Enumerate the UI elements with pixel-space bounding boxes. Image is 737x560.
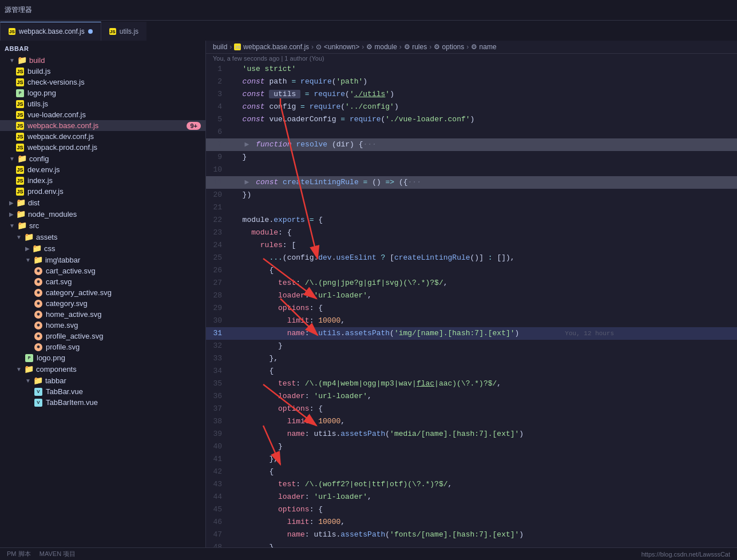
file-label: cart.svg	[46, 277, 72, 286]
breadcrumb-unknown: ⊙	[316, 43, 322, 51]
sidebar-item-category[interactable]: ✱ category.svg	[0, 298, 205, 309]
folder-icon-dist: 📁	[16, 198, 26, 207]
fold-arrow[interactable]: ▶	[243, 140, 252, 149]
line-number: 3	[206, 88, 231, 101]
svg-icon: ✱	[34, 332, 42, 340]
table-row: 33 },	[206, 352, 737, 365]
sidebar-item-category-active[interactable]: ✱ category_active.svg	[0, 287, 205, 298]
tab-label-2: utils.js	[120, 27, 138, 35]
line-number: 11	[206, 176, 231, 189]
file-label: category_active.svg	[46, 288, 112, 297]
code-line: },	[231, 541, 737, 547]
fold-arrow[interactable]: ▶	[243, 178, 252, 186]
sidebar-item-logo-png2[interactable]: P logo.png	[0, 352, 205, 363]
file-label: logo.png	[27, 89, 56, 97]
sidebar-item-src[interactable]: ▼ 📁 src	[0, 220, 205, 231]
breadcrumb-filename: webpack.base.conf.js	[243, 43, 309, 51]
sidebar-item-assets[interactable]: ▼ 📁 assets	[0, 231, 205, 243]
line-number: 9	[206, 151, 231, 164]
line-number: 32	[206, 340, 231, 352]
vue-icon: V	[34, 388, 42, 396]
sidebar-item-components[interactable]: ▼ 📁 components	[0, 363, 205, 375]
js-icon: JS	[16, 67, 24, 76]
line-number: 37	[206, 403, 231, 415]
js-icon: JS	[16, 133, 24, 141]
code-line: },	[231, 453, 737, 466]
sidebar-item-index[interactable]: JS index.js	[0, 175, 205, 186]
sidebar-section-header: ABBAR	[0, 43, 205, 54]
sidebar-item-css[interactable]: ▶ 📁 css	[0, 243, 205, 254]
folder-label-config: config	[29, 154, 49, 163]
status-left: PM 脚本 MAVEN 项目	[7, 550, 76, 558]
sidebar-item-utils[interactable]: JS utils.js	[0, 98, 205, 109]
line-number: 40	[206, 440, 231, 453]
code-line: module: {	[231, 227, 737, 239]
sidebar-item-tabbar-folder[interactable]: ▼ 📁 tabbar	[0, 375, 205, 386]
folder-label-components: components	[36, 365, 77, 374]
sidebar-item-webpack-base[interactable]: JS webpack.base.conf.js 9+	[0, 120, 205, 131]
breadcrumb-build: build	[213, 43, 227, 51]
sidebar-item-webpack-dev[interactable]: JS webpack.dev.conf.js	[0, 131, 205, 142]
code-line: 'use strict'	[231, 63, 737, 76]
sidebar-item-tabbar-vue[interactable]: V TabBar.vue	[0, 386, 205, 397]
tab-js-icon-2: JS	[109, 28, 116, 35]
tab-bar: JS webpack.base.conf.js JS utils.js	[0, 21, 737, 41]
sidebar-item-cart-active[interactable]: ✱ cart_active.svg	[0, 265, 205, 276]
line-number: 43	[206, 478, 231, 491]
folder-label-src: src	[29, 221, 39, 230]
file-label: TabBarItem.vue	[46, 398, 98, 407]
tab-webpack-base[interactable]: JS webpack.base.conf.js	[0, 22, 101, 41]
chevron-icon: ▼	[16, 366, 22, 372]
sidebar-item-profile[interactable]: ✱ profile.svg	[0, 341, 205, 352]
file-label: vue-loader.conf.js	[27, 110, 86, 119]
table-row: 47 name: utils.assetsPath('fonts/[name].…	[206, 529, 737, 541]
code-line: const path = require('path')	[231, 76, 737, 88]
sidebar-item-home[interactable]: ✱ home.svg	[0, 320, 205, 331]
chevron-icon: ▼	[9, 57, 15, 63]
sidebar-item-check-versions[interactable]: JS check-versions.js	[0, 77, 205, 88]
table-row: 40 }	[206, 440, 737, 453]
tab-utils[interactable]: JS utils.js	[101, 22, 146, 41]
code-line: },	[231, 352, 737, 365]
js-icon: JS	[16, 177, 24, 185]
sidebar-item-tabbaritem-vue[interactable]: V TabBarItem.vue	[0, 397, 205, 408]
sidebar-item-dev-env[interactable]: JS dev.env.js	[0, 164, 205, 175]
line-number: 23	[206, 227, 231, 239]
js-icon-active: JS	[16, 122, 24, 130]
file-label: category.svg	[46, 299, 88, 308]
svg-icon: ✱	[34, 321, 42, 329]
table-row: 27 test: /\.(png|jpe?g|gif|svg)(\?.*)?$/…	[206, 277, 737, 289]
sidebar-item-profile-active[interactable]: ✱ profile_active.svg	[0, 331, 205, 341]
sidebar-item-prod-env[interactable]: JS prod.env.js	[0, 186, 205, 197]
file-label: check-versions.js	[27, 78, 85, 86]
sidebar-item-cart[interactable]: ✱ cart.svg	[0, 276, 205, 287]
svg-icon: ✱	[34, 300, 42, 308]
chevron-icon: ▼	[16, 234, 22, 240]
main-layout: ABBAR ▼ 📁 build JS build.js JS check-ver…	[0, 41, 737, 547]
line-number: 6	[206, 126, 231, 138]
sidebar-item-node-modules[interactable]: ▶ 📁 node_modules	[0, 208, 205, 220]
code-table: 1 'use strict' 2 const path = require('p…	[206, 63, 737, 547]
sidebar-item-config[interactable]: ▼ 📁 config	[0, 153, 205, 164]
code-line: {	[231, 365, 737, 378]
code-editor[interactable]: 1 'use strict' 2 const path = require('p…	[206, 63, 737, 547]
folder-label-tabbar: tabbar	[45, 376, 66, 385]
sidebar-item-logo-png[interactable]: P logo.png	[0, 88, 205, 98]
sidebar-item-vue-loader[interactable]: JS vue-loader.conf.js	[0, 109, 205, 120]
folder-icon-img: 📁	[33, 255, 43, 264]
code-line: test: /\.(mp4|webm|ogg|mp3|wav|flac|aac)…	[231, 378, 737, 390]
sidebar-item-webpack-prod[interactable]: JS webpack.prod.conf.js	[0, 142, 205, 153]
code-line: name: utils.assetsPath('media/[name].[ha…	[231, 428, 737, 440]
sidebar-item-build-js[interactable]: JS build.js	[0, 66, 205, 77]
table-row: 32 }	[206, 340, 737, 352]
table-row: 21	[206, 201, 737, 214]
file-label: utils.js	[27, 100, 48, 108]
sidebar-item-build[interactable]: ▼ 📁 build	[0, 54, 205, 66]
sidebar-item-img-tabbar[interactable]: ▼ 📁 img\tabbar	[0, 254, 205, 265]
sidebar-item-home-active[interactable]: ✱ home_active.svg	[0, 309, 205, 320]
folder-icon-tabbar: 📁	[33, 376, 43, 385]
code-line: }	[231, 340, 737, 352]
line-number: 25	[206, 252, 231, 264]
sidebar-item-dist[interactable]: ▶ 📁 dist	[0, 197, 205, 208]
png-icon: P	[16, 89, 24, 97]
